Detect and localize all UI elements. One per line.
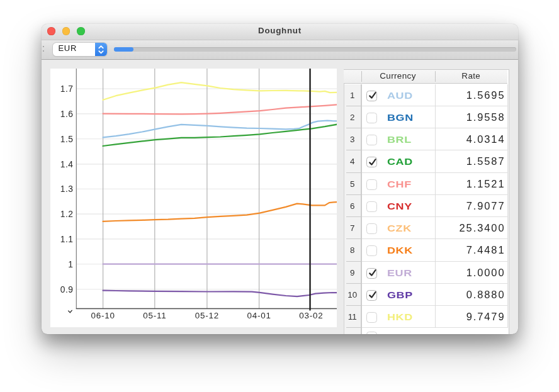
svg-text:05-11: 05-11: [143, 311, 166, 320]
svg-text:03-02: 03-02: [299, 311, 323, 320]
svg-text:1.1: 1.1: [60, 235, 74, 244]
svg-text:1.7: 1.7: [60, 84, 74, 94]
svg-text:1.5: 1.5: [60, 135, 74, 144]
svg-text:0.9: 0.9: [60, 285, 74, 294]
svg-text:1.4: 1.4: [60, 160, 74, 169]
svg-text:04-01: 04-01: [247, 311, 271, 320]
svg-text:06-10: 06-10: [91, 311, 115, 320]
svg-text:1.2: 1.2: [60, 210, 74, 219]
svg-text:1: 1: [68, 260, 73, 269]
svg-text:1.3: 1.3: [60, 184, 74, 194]
svg-text:1.6: 1.6: [60, 109, 74, 119]
svg-text:05-12: 05-12: [195, 311, 219, 320]
